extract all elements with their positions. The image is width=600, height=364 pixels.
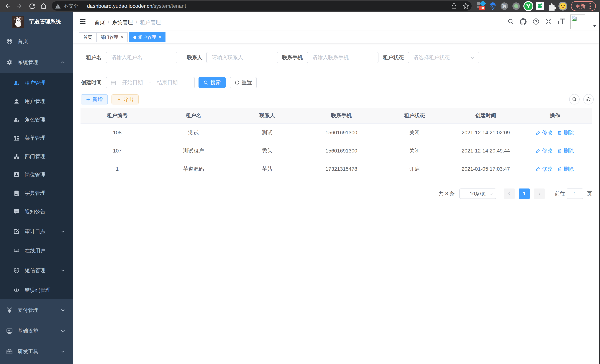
svg-text:⌘: ⌘ (502, 3, 507, 9)
svg-text:10: 10 (480, 6, 484, 10)
